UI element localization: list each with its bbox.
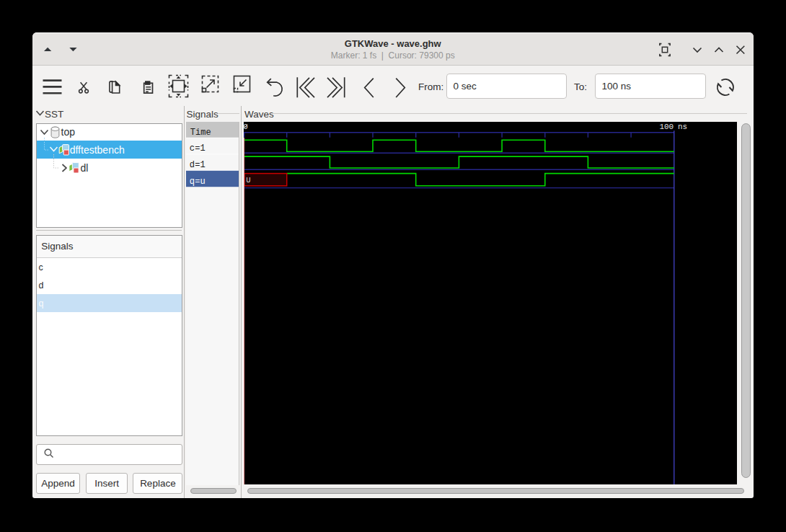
svg-text:d: d — [189, 159, 194, 169]
svg-text:q: q — [189, 176, 194, 186]
svg-text:0: 0 — [244, 123, 248, 131]
svg-text:Time: Time — [190, 127, 211, 137]
svg-text:=u: =u — [195, 176, 205, 186]
svg-text:100: 100 — [659, 123, 674, 131]
svg-text:dl: dl — [81, 162, 89, 174]
svg-text:top: top — [61, 126, 76, 138]
svg-text:dfftestbench: dfftestbench — [70, 144, 125, 156]
svg-text:U: U — [246, 176, 250, 185]
svg-text:ns: ns — [678, 123, 687, 131]
svg-text:=1: =1 — [195, 143, 205, 153]
svg-text:=1: =1 — [195, 159, 205, 169]
svg-text:c: c — [189, 143, 194, 153]
